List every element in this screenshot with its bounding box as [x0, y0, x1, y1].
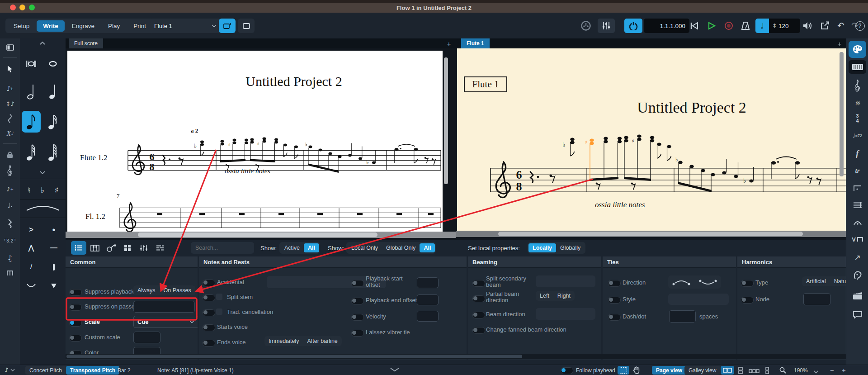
tab-print[interactable]: Print — [127, 20, 152, 32]
tab-flute-1[interactable]: Flute 1 — [461, 38, 490, 48]
hand-tool-button[interactable] — [633, 366, 640, 375]
horizontal-pages-button[interactable] — [749, 368, 760, 375]
rhythm-dot-tool-button[interactable]: ♩. — [0, 198, 20, 213]
set-locally[interactable]: Locally — [528, 243, 556, 252]
filter-local-only[interactable]: Local Only — [347, 243, 382, 252]
score-panel-full-score[interactable]: 6 8 ♭ ♯ — [66, 48, 456, 240]
scale-select[interactable]: Cue — [133, 316, 198, 328]
option-natural[interactable]: Natural — [830, 276, 846, 286]
toggle-suppress-on-passes[interactable] — [69, 304, 82, 311]
option-immediately[interactable]: Immediately — [264, 336, 303, 346]
tuplet-tool-button[interactable]: X♩ — [0, 126, 20, 141]
insert-notes-tool-button[interactable]: ♪+ — [0, 81, 20, 96]
option-on-passes[interactable]: On Passes — [160, 285, 195, 295]
beam-direction-input[interactable] — [536, 308, 595, 320]
velocity-input[interactable] — [417, 311, 439, 322]
bars-tool-button[interactable] — [0, 266, 20, 281]
play-button[interactable] — [706, 20, 717, 31]
option-left[interactable]: Left — [536, 291, 553, 301]
share-button[interactable] — [819, 20, 831, 31]
tie-below-icon[interactable] — [698, 279, 718, 286]
split-secondary-beam-input[interactable] — [536, 275, 595, 287]
zoom-level-value[interactable]: 190% — [794, 367, 808, 374]
stress-button[interactable] — [45, 260, 63, 274]
tie-above-icon[interactable] — [671, 279, 691, 286]
hscroll-thumb-right[interactable] — [498, 232, 803, 236]
tuplet-ratio-button[interactable]: ⌜3:2⌝ — [0, 233, 20, 248]
toggle-starts-voice[interactable] — [203, 324, 215, 331]
pointer-tool-button[interactable] — [0, 61, 20, 76]
galley-view-button[interactable]: Galley view — [684, 366, 720, 375]
fretboard-panel-button[interactable] — [104, 241, 119, 255]
option-artificial[interactable]: Artificial — [802, 276, 830, 286]
tempo-panel-button[interactable]: ♩=72 — [846, 129, 868, 142]
bars-barlines-panel-button[interactable] — [846, 198, 868, 212]
volume-button[interactable] — [802, 20, 814, 31]
virtual-keyboard-button[interactable] — [846, 59, 868, 75]
video-panel-button[interactable] — [846, 288, 868, 304]
toggle-harmonic-node[interactable] — [741, 297, 754, 304]
notes-palette-button[interactable] — [846, 41, 868, 58]
dynamics-panel-button[interactable]: f — [846, 146, 868, 161]
slur-button[interactable] — [24, 202, 62, 214]
vertical-pages-button[interactable] — [738, 367, 743, 375]
page-view-button[interactable]: Page view — [652, 366, 686, 375]
pitch-transform-tool-button[interactable]: ↕♪ — [0, 96, 20, 111]
unstress-button[interactable] — [22, 279, 40, 293]
lock-durations-button[interactable] — [0, 147, 20, 162]
search-input[interactable] — [191, 242, 254, 254]
tempo-note-button[interactable]: ♩ — [755, 19, 769, 33]
keyboard-panel-button[interactable] — [87, 241, 103, 255]
clef-tool-button[interactable] — [0, 163, 20, 179]
note-sixtyfourth-button[interactable] — [43, 142, 62, 163]
layout-selector[interactable]: Flute 1 — [150, 19, 221, 33]
single-window-button[interactable] — [238, 19, 255, 33]
soft-accent-button[interactable] — [45, 279, 63, 293]
record-button[interactable] — [723, 20, 734, 31]
filter-all[interactable]: All — [304, 243, 319, 252]
toggle-split-secondary-beam[interactable] — [472, 280, 485, 287]
toggle-accidental[interactable] — [203, 280, 215, 286]
note-quarter-button[interactable] — [43, 81, 62, 103]
new-tab-button[interactable] — [219, 19, 236, 33]
tie-style-input[interactable] — [668, 294, 729, 305]
holds-pauses-panel-button[interactable] — [846, 216, 868, 229]
custom-scale-input[interactable] — [133, 332, 160, 343]
clefs-panel-button[interactable] — [846, 78, 868, 94]
filter-global-only[interactable]: Global Only — [382, 243, 420, 252]
follow-playhead-toggle[interactable] — [561, 367, 573, 374]
suppress-on-passes-input[interactable] — [133, 301, 195, 313]
vertical-scrollbar-right-panel[interactable] — [840, 52, 844, 176]
marquee-tool-button[interactable] — [618, 366, 629, 375]
trad-cancellation-checkbox[interactable] — [216, 309, 222, 315]
toggle-tie-direction[interactable] — [608, 280, 621, 287]
rest-tool-button[interactable] — [0, 216, 20, 231]
collapse-panel-button[interactable] — [390, 367, 400, 373]
hscroll-thumb-left[interactable] — [138, 233, 377, 237]
toggle-change-fanned-beam[interactable] — [472, 327, 485, 334]
comments-panel-button[interactable] — [846, 307, 868, 323]
vertical-scrollbar-left-panel[interactable] — [444, 57, 448, 184]
option-after-barline[interactable]: After barline — [303, 336, 341, 346]
harmonic-node-input[interactable] — [803, 293, 830, 305]
notes-panel-collapse-icon[interactable] — [35, 39, 50, 47]
toggle-partial-beam-direction[interactable] — [472, 295, 485, 302]
go-to-start-button[interactable] — [689, 20, 700, 31]
tab-write[interactable]: Write — [37, 20, 65, 32]
staccatissimo-button[interactable]: / — [22, 260, 40, 274]
note-sixteenth-button[interactable] — [43, 111, 62, 133]
key-signatures-panel-button[interactable]: ♯♯ — [846, 96, 868, 110]
note-breve-button[interactable] — [22, 53, 41, 75]
undo-button[interactable]: ↶ — [835, 19, 846, 31]
option-right[interactable]: Right — [553, 291, 575, 301]
panel-toggle-button[interactable] — [0, 40, 20, 55]
flat-button[interactable]: ♭ — [36, 183, 49, 197]
properties-hscroll-thumb[interactable] — [66, 355, 522, 358]
activate-project-button[interactable] — [624, 19, 642, 33]
ornaments-panel-button[interactable]: tr — [846, 163, 868, 178]
time-signatures-panel-button[interactable]: 34 — [846, 111, 868, 126]
playhead-position-display[interactable]: 1.1.1.000 — [644, 19, 689, 33]
filter-active[interactable]: Active — [280, 243, 304, 252]
video-mode-icon[interactable] — [580, 20, 592, 31]
add-tab-left-button[interactable]: + — [444, 38, 453, 48]
